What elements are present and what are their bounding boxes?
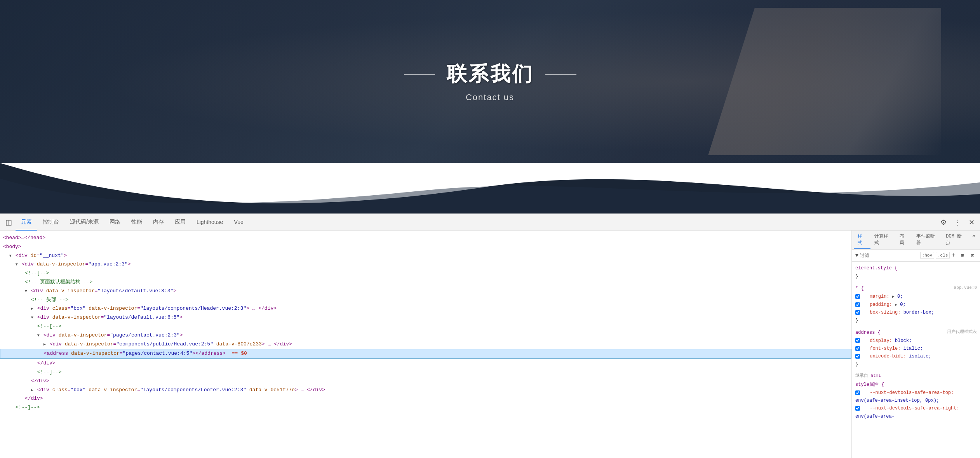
website-preview: 联系我们 Contact us — [0, 0, 980, 163]
dom-line[interactable]: ▼ <div data-v-inspector="layouts/default… — [0, 313, 851, 322]
inherit-label: 继承自 html — [855, 372, 977, 380]
wave-divider — [0, 163, 980, 213]
styles-panel: 样式 计算样式 布局 事件监听器 DOM 断点 » ▼ — [852, 231, 980, 458]
styles-tab-computed[interactable]: 计算样式 — [870, 231, 896, 249]
devtools-toolbar-right: ⚙ ⋮ ✕ — [938, 217, 977, 228]
devtools-toolbar: ◫ 元素 控制台 源代码/来源 网络 性能 内存 应用 Lighthouse V… — [0, 214, 980, 231]
prop-checkbox[interactable] — [855, 294, 860, 299]
tab-lighthouse-label: Lighthouse — [197, 219, 223, 225]
settings-icon[interactable]: ⚙ — [938, 217, 949, 228]
tab-memory[interactable]: 内存 — [148, 214, 169, 231]
tab-performance-label: 性能 — [131, 219, 142, 226]
styles-tabs: 样式 计算样式 布局 事件监听器 DOM 断点 » — [852, 231, 980, 250]
hero-title-zh: 联系我们 — [447, 61, 534, 88]
dom-line[interactable]: <!--]--> — [0, 368, 851, 377]
dom-line[interactable]: </div> — [0, 377, 851, 386]
dom-line[interactable]: </div> — [0, 394, 851, 403]
tab-application-label: 应用 — [175, 219, 186, 226]
styles-tab-layout[interactable]: 布局 — [896, 231, 912, 249]
dom-line[interactable]: <!-- 页面默认框架结构 --> — [0, 278, 851, 287]
cls-button[interactable]: .cls — [936, 252, 950, 259]
styles-tab-style[interactable]: 样式 — [854, 231, 870, 249]
styles-content[interactable]: element.style { } * { app.vue:9 margin: … — [852, 262, 980, 458]
tab-sources-label: 源代码/来源 — [70, 219, 99, 226]
styles-filter-icons: ⊞ ⊡ — [958, 251, 977, 260]
tab-vue[interactable]: Vue — [228, 214, 249, 231]
prop-checkbox[interactable] — [855, 406, 860, 411]
styles-filter-input[interactable] — [860, 253, 919, 258]
prop-checkbox[interactable] — [855, 390, 860, 395]
dom-panel[interactable]: <head>…</head> <body> ▼ <div id="__nuxt"… — [0, 231, 852, 458]
prop-checkbox[interactable] — [855, 346, 860, 351]
prop-checkbox[interactable] — [855, 354, 860, 359]
tab-network[interactable]: 网络 — [104, 214, 126, 231]
dom-line[interactable]: ▼ <div data-v-inspector="pages/contact.v… — [0, 331, 851, 340]
prop-checkbox[interactable] — [855, 338, 860, 343]
style-block-style-attr: style属性 { --nuxt-devtools-safe-area-top:… — [855, 380, 977, 421]
filter-icon: ▼ — [855, 253, 858, 258]
add-style-button[interactable]: + — [951, 252, 955, 259]
dom-line[interactable]: ▼ <div data-v-inspector="app.vue:2:3"> — [0, 260, 851, 269]
tab-network-label: 网络 — [110, 219, 120, 226]
prop-checkbox[interactable] — [855, 302, 860, 307]
dom-line[interactable]: <!--]--> — [0, 403, 851, 412]
element-inspect-icon[interactable]: ◫ — [3, 217, 14, 228]
close-icon[interactable]: ✕ — [966, 217, 977, 228]
hero-title-row: 联系我们 — [404, 61, 576, 88]
dom-line[interactable]: <!-- 头部 --> — [0, 296, 851, 305]
hero-subtitle-en: Contact us — [466, 92, 514, 102]
wave-svg — [0, 163, 980, 213]
dom-line[interactable]: </div> — [0, 359, 851, 368]
tab-memory-label: 内存 — [153, 219, 164, 226]
style-block-universal: * { app.vue:9 margin: ▶ 0; padding: ▶ 0; — [855, 284, 977, 325]
devtools-content: <head>…</head> <body> ▼ <div id="__nuxt"… — [0, 231, 980, 458]
more-options-icon[interactable]: ⋮ — [952, 217, 963, 228]
devtools-panel: ◫ 元素 控制台 源代码/来源 网络 性能 内存 应用 Lighthouse V… — [0, 213, 980, 458]
tab-application[interactable]: 应用 — [169, 214, 191, 231]
styles-tabs-more[interactable]: » — [969, 231, 978, 249]
dom-selected-line[interactable]: <address data-v-inspector="pages/contact… — [0, 349, 851, 359]
inspect-element-icon[interactable]: ⊡ — [968, 251, 977, 260]
tab-vue-label: Vue — [234, 219, 243, 225]
prop-checkbox[interactable] — [855, 310, 860, 315]
title-line-left — [404, 74, 435, 75]
hero-bg: 联系我们 Contact us — [0, 0, 980, 163]
tab-lighthouse[interactable]: Lighthouse — [191, 214, 229, 231]
tab-performance[interactable]: 性能 — [126, 214, 148, 231]
dom-line[interactable]: <head>…</head> — [0, 234, 851, 243]
styles-filter-bar: ▼ :hov .cls + ⊞ ⊡ — [852, 250, 980, 262]
dom-line[interactable]: <!--[--> — [0, 322, 851, 331]
hov-button[interactable]: :hov — [920, 252, 934, 259]
dom-line[interactable]: ▶ <div class="box" data-v-inspector="lay… — [0, 304, 851, 313]
dom-line[interactable]: ▼ <div data-v-inspector="layouts/default… — [0, 287, 851, 296]
tab-elements[interactable]: 元素 — [16, 214, 37, 231]
title-line-right — [545, 74, 576, 75]
new-style-rule-icon[interactable]: ⊞ — [958, 251, 967, 260]
tab-console-label: 控制台 — [43, 219, 59, 226]
dom-line[interactable]: <body> — [0, 243, 851, 252]
dom-line[interactable]: ▶ <div data-v-inspector="components/publ… — [0, 340, 851, 349]
tab-elements-label: 元素 — [21, 219, 32, 226]
styles-tab-event[interactable]: 事件监听器 — [912, 231, 942, 249]
dom-line[interactable]: <!--[--> — [0, 269, 851, 278]
style-block-element: element.style { } — [855, 264, 977, 281]
styles-tab-dom-breakpoints[interactable]: DOM 断点 — [942, 231, 969, 249]
dom-line[interactable]: ▶ <div class="box" data-v-inspector="lay… — [0, 386, 851, 395]
style-block-address: address { 用户代理样式表 display: block; font-s… — [855, 328, 977, 369]
tab-console[interactable]: 控制台 — [37, 214, 64, 231]
tab-sources[interactable]: 源代码/来源 — [64, 214, 104, 231]
dom-line[interactable]: ▼ <div id="__nuxt"> — [0, 252, 851, 260]
